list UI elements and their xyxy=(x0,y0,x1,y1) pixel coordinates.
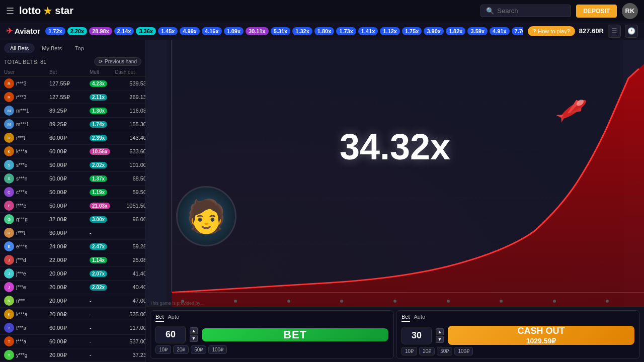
header-right: ? How to play? 827.60R ☰ 🕐 xyxy=(528,25,638,38)
bet-stepper-1: ▲ ▼ xyxy=(190,327,198,342)
mult-badge-cell: 1.19x xyxy=(90,189,107,196)
user-avatar: J xyxy=(4,255,14,265)
multiplier-badge[interactable]: 1.45x xyxy=(158,27,178,35)
multiplier-badge[interactable]: 5.31x xyxy=(271,27,291,35)
cashout-amount-cell: 1051.50₽ xyxy=(115,203,145,209)
total-bets-label: TOTAL BETS: 81 xyxy=(4,59,46,65)
clock-icon[interactable]: 🕐 xyxy=(625,25,638,38)
user-avatar: K xyxy=(4,309,14,319)
user-avatar: C xyxy=(4,187,14,197)
quick-amount-btn[interactable]: 10₽ xyxy=(401,347,417,355)
timeline xyxy=(146,300,644,303)
bet-mult-cell: - xyxy=(90,338,115,344)
bet-mult-cell: 2.39x xyxy=(90,135,115,141)
multiplier-badge[interactable]: 1.41x xyxy=(358,27,378,35)
multiplier-badge[interactable]: 1.80x xyxy=(314,27,335,35)
cashout-amount-cell: 96.00₽ xyxy=(115,216,145,223)
hamburger-menu-icon[interactable]: ☰ xyxy=(6,6,14,17)
multiplier-badge[interactable]: 1.75x xyxy=(402,27,422,35)
webcam-overlay: 🧑 xyxy=(176,186,236,246)
bet-user-cell: T t***a xyxy=(4,323,49,333)
multiplier-badge[interactable]: 7.76x xyxy=(512,27,523,35)
bet-mult-cell: 4.23x xyxy=(90,80,115,86)
quick-amount-btn[interactable]: 20₽ xyxy=(173,345,189,354)
multiplier-badge[interactable]: 1.72x xyxy=(45,27,65,35)
multiplier-badge[interactable]: 2.20x xyxy=(67,27,88,35)
search-input[interactable] xyxy=(497,7,568,15)
table-row: T t***a 60.00₽ - 117.00₽ xyxy=(0,321,145,335)
bets-tab-all-bets[interactable]: All Bets xyxy=(4,43,35,53)
table-row: C c***s 50.00₽ 1.19x 59.50₽ xyxy=(0,186,145,199)
bets-tab-top[interactable]: Top xyxy=(69,43,90,53)
user-avatar: T xyxy=(4,323,14,333)
main-layout: All BetsMy BetsTop TOTAL BETS: 81 ⟳ Prev… xyxy=(0,40,644,362)
bet-increment-1[interactable]: ▲ xyxy=(190,327,198,334)
bet-decrement-2[interactable]: ▼ xyxy=(436,336,444,343)
multiplier-badge[interactable]: 1.32x xyxy=(292,27,312,35)
mult-badge-cell: 21.03x xyxy=(90,203,110,209)
multiplier-badge[interactable]: 28.98x xyxy=(89,27,112,35)
table-row: J j***d 22.00₽ 1.14x 25.08₽ xyxy=(0,253,145,267)
cashout-amount-cell: 59.28₽ xyxy=(115,243,145,250)
bet-amount-cell: 30.00₽ xyxy=(49,230,90,236)
quick-amount-btn[interactable]: 100₽ xyxy=(454,347,473,355)
user-name: y***g xyxy=(16,352,27,358)
user-avatar: F xyxy=(4,201,14,211)
balance-display: 827.60R xyxy=(579,27,604,35)
quick-amount-btn[interactable]: 50₽ xyxy=(191,345,206,354)
bet-panel-2: Bet Auto 30 ▲ ▼ CASH OUT 1029.59₽ 10₽20₽… xyxy=(396,310,640,359)
multiplier-badge[interactable]: 4.91x xyxy=(490,27,510,35)
cashout-amount-cell: 59.50₽ xyxy=(115,189,145,196)
table-row: K k***a 60.00₽ 10.56x 633.60₽ xyxy=(0,145,145,158)
multiplier-badge[interactable]: 1.73x xyxy=(336,27,356,35)
quick-amount-btn[interactable]: 50₽ xyxy=(437,347,452,355)
user-name: k***a xyxy=(16,312,27,317)
bet-panel-1-tabs: Bet Auto xyxy=(155,314,388,322)
bet-tab-1[interactable]: Bet xyxy=(155,314,164,322)
multiplier-badge[interactable]: 30.11x xyxy=(246,27,269,35)
bet-amount-cell: 60.00₽ xyxy=(49,325,90,331)
user-avatar: R xyxy=(4,228,14,238)
multiplier-badge[interactable]: 2.14x xyxy=(114,27,134,35)
multiplier-badge[interactable]: 4.16x xyxy=(202,27,222,35)
prev-hand-button[interactable]: ⟳ Previous hand xyxy=(94,57,141,66)
bets-list: R r***3 127.55₽ 4.23x 539.53₽ R r***3 12… xyxy=(0,77,145,362)
bet-input-row-2: 30 ▲ ▼ CASH OUT 1029.59₽ xyxy=(401,326,634,345)
user-avatar: M xyxy=(4,119,14,129)
bet-tab-2[interactable]: Bet xyxy=(401,314,410,322)
bet-decrement-1[interactable]: ▼ xyxy=(190,335,198,342)
quick-amount-btn[interactable]: 100₽ xyxy=(208,345,227,354)
timeline-dot xyxy=(500,300,503,303)
multiplier-badge[interactable]: 4.99x xyxy=(180,27,200,35)
multiplier-badge[interactable]: 1.09x xyxy=(224,27,244,35)
avatar[interactable]: RK xyxy=(622,3,638,19)
deposit-button[interactable]: DEPOSIT xyxy=(576,5,617,18)
mult-badge-cell: 10.56x xyxy=(90,148,110,155)
mult-badge-cell: 2.02x xyxy=(90,162,107,168)
settings-icon[interactable]: ☰ xyxy=(608,25,621,38)
bet-increment-2[interactable]: ▲ xyxy=(436,328,444,335)
auto-tab-1[interactable]: Auto xyxy=(168,314,180,322)
quick-amount-btn[interactable]: 20₽ xyxy=(419,347,435,355)
multiplier-badge[interactable]: 3.36x xyxy=(136,27,156,35)
bet-user-cell: R r***t xyxy=(4,228,49,238)
table-row: R r***t 60.00₽ 2.39x 143.40₽ xyxy=(0,131,145,145)
bet-user-cell: G g***g xyxy=(4,214,49,224)
multiplier-badge[interactable]: 1.12x xyxy=(380,27,400,35)
bet-button[interactable]: BET xyxy=(202,328,388,341)
user-name: f***e xyxy=(16,203,26,209)
bet-mult-cell: 2.07x xyxy=(90,270,115,277)
bets-tab-my-bets[interactable]: My Bets xyxy=(36,43,68,53)
bet-mult-cell: - xyxy=(90,230,115,236)
how-to-play-button[interactable]: ? How to play? xyxy=(528,26,575,36)
auto-tab-2[interactable]: Auto xyxy=(414,314,426,322)
quick-amount-btn[interactable]: 10₽ xyxy=(155,345,171,354)
multiplier-badge[interactable]: 3.59x xyxy=(467,27,488,35)
timeline-dot xyxy=(447,300,450,303)
multiplier-badge[interactable]: 3.90x xyxy=(424,27,444,35)
multiplier-badge[interactable]: 1.82x xyxy=(446,27,466,35)
table-row: R r***3 127.55₽ 2.11x 269.13₽ xyxy=(0,90,145,104)
cashout-button[interactable]: CASH OUT 1029.59₽ xyxy=(448,326,634,345)
user-avatar: S xyxy=(4,173,14,184)
user-name: m***1 xyxy=(16,122,29,127)
